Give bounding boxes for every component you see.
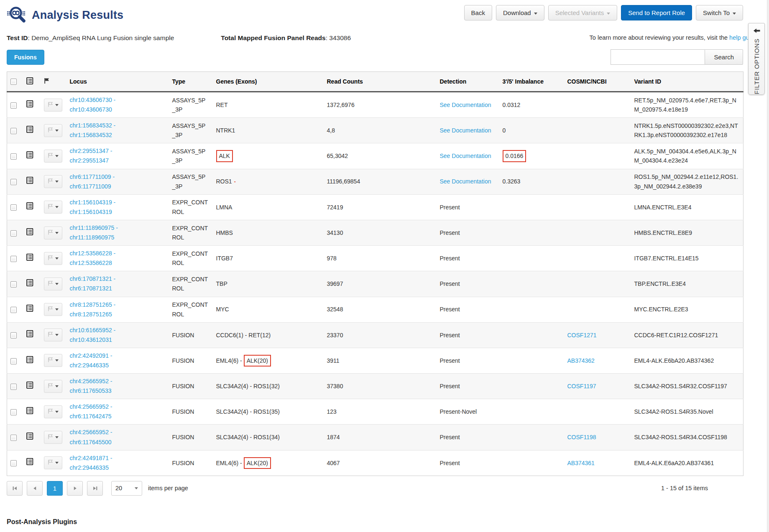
locus-link-line1[interactable]: chr4:25665952 - bbox=[70, 428, 165, 437]
back-button[interactable]: Back bbox=[464, 5, 492, 20]
column-header-type[interactable]: Type bbox=[169, 72, 213, 92]
row-checkbox[interactable] bbox=[10, 256, 17, 262]
row-details-icon[interactable] bbox=[26, 305, 33, 314]
see-documentation-link[interactable]: See Documentation bbox=[440, 178, 491, 185]
locus-link-line1[interactable]: chr4:25665952 - bbox=[70, 402, 165, 412]
row-details-icon[interactable] bbox=[26, 279, 33, 289]
column-header-genes[interactable]: Genes (Exons) bbox=[213, 72, 324, 92]
row-details-icon[interactable] bbox=[26, 356, 33, 366]
locus-link-line2[interactable]: chr10:43612031 bbox=[70, 335, 165, 345]
locus-link-line2[interactable]: chr2:29446335 bbox=[70, 361, 165, 370]
row-details-icon[interactable] bbox=[26, 177, 33, 186]
row-flag-dropdown[interactable] bbox=[44, 456, 62, 469]
row-flag-dropdown[interactable] bbox=[44, 99, 62, 112]
cosmic-ncbi-link[interactable]: AB374361 bbox=[567, 460, 595, 466]
row-flag-dropdown[interactable] bbox=[44, 201, 62, 214]
column-header-locus[interactable]: Locus bbox=[66, 72, 169, 92]
row-flag-dropdown[interactable] bbox=[44, 124, 62, 137]
locus-link-line2[interactable]: chr1:156104319 bbox=[70, 207, 165, 217]
row-details-icon[interactable] bbox=[26, 330, 33, 340]
column-header-imbalance[interactable]: 3'/5' Imbalance bbox=[499, 72, 564, 92]
locus-link-line2[interactable]: chr1:156834532 bbox=[70, 130, 165, 140]
locus-link-line2[interactable]: chr8:128751265 bbox=[70, 310, 165, 319]
row-details-icon[interactable] bbox=[26, 202, 33, 212]
row-checkbox[interactable] bbox=[10, 153, 17, 160]
locus-link-line2[interactable]: chr6:170871321 bbox=[70, 284, 165, 293]
column-header-read-counts[interactable]: Read Counts bbox=[324, 72, 437, 92]
row-details-icon[interactable] bbox=[26, 254, 33, 263]
row-checkbox[interactable] bbox=[10, 358, 17, 364]
locus-link-line1[interactable]: chr12:53586228 - bbox=[70, 249, 165, 258]
row-checkbox[interactable] bbox=[10, 435, 17, 441]
row-checkbox[interactable] bbox=[10, 307, 17, 313]
locus-link-line1[interactable]: chr1:156104319 - bbox=[70, 198, 165, 207]
locus-link-line2[interactable]: chr6:117642475 bbox=[70, 412, 165, 421]
row-details-icon[interactable] bbox=[26, 228, 33, 238]
row-details-icon[interactable] bbox=[26, 100, 33, 110]
locus-link-line1[interactable]: chr11:118960975 - bbox=[70, 223, 165, 233]
page-1-button[interactable]: 1 bbox=[47, 481, 63, 496]
row-checkbox[interactable] bbox=[10, 102, 17, 109]
search-button[interactable]: Search bbox=[705, 49, 743, 65]
cosmic-ncbi-link[interactable]: AB374362 bbox=[567, 357, 595, 364]
locus-link-line1[interactable]: chr2:42491871 - bbox=[70, 453, 165, 463]
row-details-icon[interactable] bbox=[26, 433, 33, 442]
switch-to-button[interactable]: Switch To bbox=[696, 5, 743, 20]
row-checkbox[interactable] bbox=[10, 332, 17, 339]
row-details-icon[interactable] bbox=[26, 458, 33, 468]
locus-link-line2[interactable]: chr2:29446335 bbox=[70, 463, 165, 473]
locus-link-line1[interactable]: chr4:25665952 - bbox=[70, 377, 165, 386]
row-flag-dropdown[interactable] bbox=[44, 227, 62, 239]
locus-link-line1[interactable]: chr1:156834532 - bbox=[70, 121, 165, 130]
selected-variants-button[interactable]: Selected Variants bbox=[548, 5, 617, 20]
row-flag-dropdown[interactable] bbox=[44, 175, 62, 188]
previous-page-button[interactable] bbox=[27, 481, 43, 496]
row-details-icon[interactable] bbox=[26, 382, 33, 391]
cosmic-ncbi-link[interactable]: COSF1271 bbox=[567, 332, 597, 339]
locus-link-line2[interactable]: chr6:117650533 bbox=[70, 386, 165, 396]
tab-fusions[interactable]: Fusions bbox=[7, 50, 44, 65]
locus-link-line1[interactable]: chr8:128751265 - bbox=[70, 300, 165, 310]
row-checkbox[interactable] bbox=[10, 409, 17, 415]
locus-link-line1[interactable]: chr10:61665952 - bbox=[70, 326, 165, 335]
row-details-icon[interactable] bbox=[26, 407, 33, 417]
locus-link-line1[interactable]: chr10:43606730 - bbox=[70, 95, 165, 105]
select-all-checkbox[interactable] bbox=[10, 79, 17, 85]
cosmic-ncbi-link[interactable]: COSF1197 bbox=[567, 383, 596, 389]
row-flag-dropdown[interactable] bbox=[44, 431, 62, 444]
locus-link-line1[interactable]: chr2:42492091 - bbox=[70, 351, 165, 361]
last-page-button[interactable] bbox=[87, 481, 103, 496]
filter-options-tab[interactable]: FILTER OPTIONS bbox=[748, 23, 765, 95]
row-details-icon[interactable] bbox=[26, 126, 33, 135]
row-flag-dropdown[interactable] bbox=[44, 277, 62, 290]
row-checkbox[interactable] bbox=[10, 384, 17, 390]
locus-link-line2[interactable]: chr11:118960975 bbox=[70, 233, 165, 242]
row-flag-dropdown[interactable] bbox=[44, 252, 62, 265]
send-to-report-role-button[interactable]: Send to Report Role bbox=[621, 5, 692, 20]
row-flag-dropdown[interactable] bbox=[44, 303, 62, 316]
see-documentation-link[interactable]: See Documentation bbox=[440, 102, 491, 108]
download-button[interactable]: Download bbox=[496, 5, 544, 20]
row-details-icon[interactable] bbox=[26, 151, 33, 161]
scrollbar-track[interactable] bbox=[767, 0, 769, 532]
locus-link-line1[interactable]: chr6:117711009 - bbox=[70, 172, 165, 182]
next-page-button[interactable] bbox=[67, 481, 83, 496]
column-header-cosmic-ncbi[interactable]: COSMIC/NCBI bbox=[564, 72, 631, 92]
row-flag-dropdown[interactable] bbox=[44, 150, 62, 163]
locus-link-line2[interactable]: chr10:43606730 bbox=[70, 105, 165, 115]
row-flag-dropdown[interactable] bbox=[44, 328, 62, 341]
row-checkbox[interactable] bbox=[10, 230, 17, 237]
row-checkbox[interactable] bbox=[10, 204, 17, 211]
first-page-button[interactable] bbox=[7, 481, 23, 496]
row-flag-dropdown[interactable] bbox=[44, 380, 62, 393]
locus-link-line2[interactable]: chr6:117711009 bbox=[70, 182, 165, 191]
row-flag-dropdown[interactable] bbox=[44, 354, 62, 367]
see-documentation-link[interactable]: See Documentation bbox=[440, 127, 491, 134]
locus-link-line1[interactable]: chr6:170871321 - bbox=[70, 274, 165, 284]
search-input[interactable] bbox=[611, 49, 705, 65]
cosmic-ncbi-link[interactable]: COSF1198 bbox=[567, 434, 596, 440]
locus-link-line2[interactable]: chr12:53586228 bbox=[70, 258, 165, 268]
column-header-detection[interactable]: Detection bbox=[437, 72, 499, 92]
row-checkbox[interactable] bbox=[10, 179, 17, 185]
row-checkbox[interactable] bbox=[10, 460, 17, 466]
